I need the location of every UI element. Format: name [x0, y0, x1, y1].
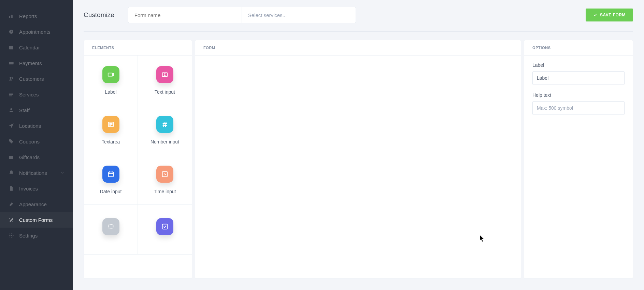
svg-point-8: [12, 77, 13, 79]
sidebar-item-label: Payments: [19, 60, 42, 66]
form-drop-area[interactable]: [195, 56, 521, 278]
element-tile-label[interactable]: Label: [84, 56, 138, 105]
sidebar-item-appointments[interactable]: Appointments: [0, 24, 73, 40]
elements-panel-title: ELEMENTS: [84, 40, 192, 56]
sidebar-item-label: Appointments: [19, 29, 51, 35]
element-tile-label: Label: [105, 89, 116, 95]
svg-point-7: [10, 77, 11, 79]
file-icon: [8, 185, 14, 192]
sidebar-item-label: Custom Forms: [19, 217, 53, 223]
sidebar-item-staff[interactable]: Staff: [0, 102, 73, 118]
element-tile-date-input[interactable]: Date input: [84, 155, 138, 205]
select-icon: [102, 218, 119, 235]
service-select[interactable]: Select services...: [242, 7, 356, 23]
element-tile-label: Time input: [154, 189, 176, 194]
sidebar-item-label: Staff: [19, 107, 30, 113]
sidebar-item-coupons[interactable]: Coupons: [0, 134, 73, 149]
label-field-label: Label: [532, 62, 625, 68]
svg-rect-13: [9, 156, 13, 159]
svg-line-31: [166, 122, 166, 127]
sidebar-item-settings[interactable]: Settings: [0, 228, 73, 243]
sidebar-item-label: Services: [19, 92, 39, 97]
sidebar-item-custom-forms[interactable]: Custom Forms: [0, 212, 73, 228]
helptext-field-label: Help text: [532, 92, 625, 98]
builder-columns: ELEMENTS LabelText inputTextareaNumber i…: [84, 40, 633, 279]
element-tile-number-input[interactable]: Number input: [138, 105, 192, 155]
check-icon: [156, 218, 173, 235]
svg-rect-9: [9, 93, 13, 93]
helptext-input[interactable]: [532, 101, 625, 115]
save-form-button[interactable]: SAVE FORM: [586, 9, 633, 21]
element-tile-label: Date input: [100, 189, 122, 194]
element-tile-element-7[interactable]: [138, 205, 192, 255]
card-icon: [8, 60, 14, 66]
svg-rect-10: [9, 94, 13, 95]
sidebar-item-label: Calendar: [19, 45, 40, 50]
svg-rect-38: [162, 224, 168, 229]
svg-rect-18: [108, 73, 112, 76]
options-panel-title: OPTIONS: [524, 40, 633, 56]
sidebar-item-services[interactable]: Services: [0, 87, 73, 102]
sidebar-item-calendar[interactable]: Calendar: [0, 40, 73, 55]
topbar: Customize Select services... SAVE FORM: [84, 7, 633, 32]
chart-icon: [8, 13, 14, 19]
bell-icon: [8, 170, 14, 176]
sidebar-item-reports[interactable]: Reports: [0, 8, 73, 24]
clock-icon: [8, 29, 14, 35]
svg-point-17: [11, 235, 12, 236]
save-button-label: SAVE FORM: [600, 13, 626, 17]
svg-point-12: [10, 108, 12, 110]
svg-rect-14: [9, 156, 13, 156]
options-body: Label Help text: [524, 56, 633, 129]
svg-rect-0: [9, 16, 10, 18]
svg-rect-2: [12, 15, 13, 18]
check-icon: [593, 13, 597, 17]
users-icon: [8, 76, 14, 82]
sidebar-item-locations[interactable]: Locations: [0, 118, 73, 134]
svg-point-16: [13, 221, 13, 222]
sidebar-item-giftcards[interactable]: Giftcards: [0, 149, 73, 165]
magic-icon: [8, 217, 14, 223]
page-title: Customize: [84, 11, 114, 19]
sidebar-item-appearance[interactable]: Appearance: [0, 196, 73, 212]
sidebar-item-label: Locations: [19, 123, 41, 129]
svg-line-30: [163, 122, 164, 127]
calendar-icon: [8, 44, 14, 50]
element-tile-label: Text input: [155, 89, 175, 95]
svg-rect-32: [108, 172, 113, 177]
sidebar-item-label: Settings: [19, 233, 38, 239]
gift-icon: [8, 154, 14, 160]
sidebar-item-invoices[interactable]: Invoices: [0, 181, 73, 196]
element-tile-label: Number input: [151, 139, 179, 144]
elements-panel: ELEMENTS LabelText inputTextareaNumber i…: [84, 40, 192, 279]
tag-icon: [8, 138, 14, 144]
svg-point-15: [9, 218, 10, 218]
service-select-placeholder: Select services...: [248, 12, 287, 18]
element-tile-element-6[interactable]: [84, 205, 138, 255]
svg-rect-37: [109, 224, 113, 229]
label-icon: [102, 66, 119, 83]
gear-icon: [8, 232, 14, 239]
form-name-input[interactable]: [128, 7, 242, 23]
elements-grid: LabelText inputTextareaNumber inputDate …: [84, 56, 192, 255]
main: Customize Select services... SAVE FORM E…: [73, 0, 644, 290]
sidebar-item-label: Reports: [19, 13, 37, 19]
svg-rect-11: [9, 95, 12, 96]
textcursor-icon: [156, 66, 173, 83]
element-tile-text-input[interactable]: Text input: [138, 56, 192, 105]
user-icon: [8, 107, 14, 113]
element-tile-time-input[interactable]: Time input: [138, 155, 192, 205]
chevron-down-icon: [60, 171, 65, 175]
sidebar-item-label: Giftcards: [19, 154, 40, 160]
options-panel: OPTIONS Label Help text: [524, 40, 633, 279]
sidebar-item-notifications[interactable]: Notifications: [0, 165, 73, 181]
sidebar: ReportsAppointmentsCalendarPaymentsCusto…: [0, 0, 73, 290]
element-tile-textarea[interactable]: Textarea: [84, 105, 138, 155]
sidebar-item-customers[interactable]: Customers: [0, 71, 73, 87]
sidebar-item-label: Invoices: [19, 186, 38, 192]
sidebar-item-payments[interactable]: Payments: [0, 55, 73, 71]
form-panel: FORM: [195, 40, 521, 279]
sidebar-item-label: Customers: [19, 76, 44, 82]
svg-rect-1: [11, 15, 12, 18]
label-input[interactable]: [532, 71, 625, 85]
